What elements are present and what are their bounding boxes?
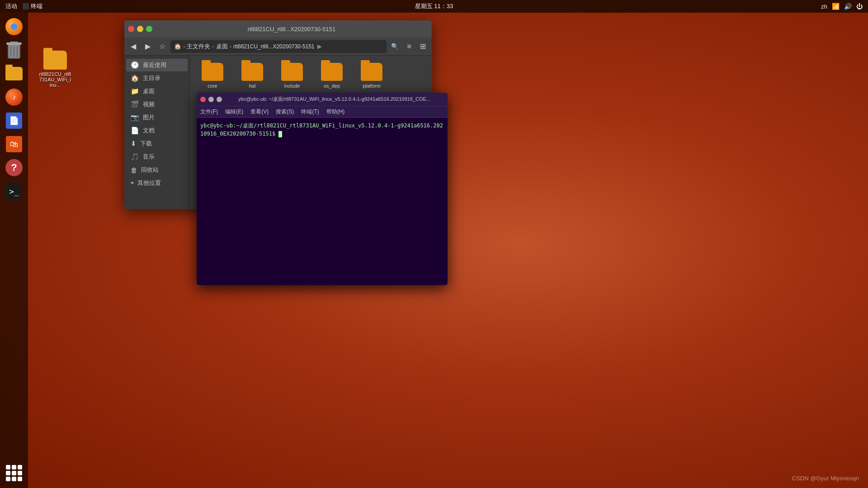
fm-sidebar-item-image[interactable]: 📷 图片 bbox=[126, 111, 188, 124]
appgrid-icon bbox=[6, 465, 22, 481]
term-menubar: 文件(F) 编辑(E) 查看(V) 搜索(S) 终端(T) 帮助(H) bbox=[197, 106, 448, 118]
home-icon: 🏠 bbox=[131, 74, 139, 82]
power-icon[interactable]: ⏻ bbox=[856, 3, 863, 10]
fm-close-button[interactable] bbox=[128, 26, 134, 32]
term-menu-search[interactable]: 搜索(S) bbox=[276, 108, 294, 116]
fm-sidebar-label-video: 视频 bbox=[143, 100, 155, 108]
recent-icon: 🕐 bbox=[131, 61, 139, 69]
term-close-button[interactable] bbox=[200, 97, 206, 102]
term-menu-help[interactable]: 帮助(H) bbox=[326, 108, 345, 116]
fm-sidebar-label-trash: 回收站 bbox=[141, 166, 159, 174]
fm-search-button[interactable]: 🔍 bbox=[388, 40, 401, 53]
dock-item-appstore[interactable]: 🛍 bbox=[4, 134, 24, 155]
folder-include-icon bbox=[281, 63, 303, 81]
topbar: 活动 终端 星期五 11：33 zh 📶 🔊 ⏻ bbox=[0, 0, 868, 13]
folder-icon-dock bbox=[5, 67, 23, 80]
dock-item-rtl-folder[interactable] bbox=[4, 63, 24, 84]
fm-view-list-button[interactable]: ≡ bbox=[403, 40, 415, 53]
topbar-left: 活动 终端 bbox=[5, 2, 42, 10]
term-prompt-line: ybc@ybc-ub:~/桌面/rtl8821CU_rtl8731AU_WiFi… bbox=[200, 122, 444, 138]
term-maximize-button[interactable] bbox=[217, 97, 222, 102]
term-menu-view[interactable]: 查看(V) bbox=[250, 108, 269, 116]
dock-item-firefox[interactable] bbox=[4, 16, 24, 37]
fm-path-home[interactable]: 🏠 bbox=[174, 43, 181, 50]
fm-sidebar-item-home[interactable]: 🏠 主目录 bbox=[126, 72, 188, 84]
topbar-right: zh 📶 🔊 ⏻ bbox=[821, 3, 863, 10]
fm-file-hal[interactable]: hal bbox=[234, 60, 270, 92]
fm-back-button[interactable]: ◀ bbox=[127, 40, 140, 53]
fm-sidebar-label-desktop: 桌面 bbox=[143, 87, 155, 95]
term-menu-terminal[interactable]: 终端(T) bbox=[301, 108, 319, 116]
folder-platform-icon bbox=[361, 63, 382, 81]
term-cursor bbox=[278, 131, 282, 137]
fm-file-platform[interactable]: platform bbox=[354, 60, 390, 92]
fm-path-sep-1: › bbox=[183, 43, 185, 50]
fm-maximize-button[interactable] bbox=[146, 26, 152, 32]
fm-forward-button[interactable]: ▶ bbox=[142, 40, 154, 53]
fm-minimize-button[interactable] bbox=[137, 26, 143, 32]
term-minimize-button[interactable] bbox=[208, 97, 214, 102]
doc-sidebar-icon: 📄 bbox=[131, 127, 139, 135]
download-icon: ⬇ bbox=[131, 140, 137, 148]
desktop-folder-icon bbox=[43, 51, 67, 70]
volume-icon: 🔊 bbox=[844, 3, 852, 10]
help-icon: ? bbox=[5, 159, 23, 176]
dock-show-apps bbox=[4, 463, 24, 483]
fm-sidebar-item-music[interactable]: 🎵 音乐 bbox=[126, 150, 188, 163]
fm-file-label-include: include bbox=[284, 83, 300, 89]
lang-indicator[interactable]: zh bbox=[821, 3, 827, 10]
term-body[interactable]: ybc@ybc-ub:~/桌面/rtl8821CU_rtl8731AU_WiFi… bbox=[197, 118, 448, 285]
fm-view-grid-button[interactable]: ⊞ bbox=[416, 40, 429, 53]
fm-file-core[interactable]: core bbox=[194, 60, 231, 92]
show-apps-button[interactable] bbox=[4, 463, 24, 483]
fm-sidebar-item-trash[interactable]: 🗑 回收站 bbox=[126, 164, 188, 176]
wifi-icon: 📶 bbox=[832, 3, 840, 10]
trash-sidebar-icon: 🗑 bbox=[131, 166, 137, 174]
fm-sidebar-label-other: 其他位置 bbox=[137, 179, 161, 187]
fm-title: rtl8821CU_rtl8...X20200730-5151 bbox=[155, 26, 428, 33]
fm-sidebar-item-recent[interactable]: 🕐 最近使用 bbox=[126, 59, 188, 71]
fm-file-include[interactable]: include bbox=[274, 60, 310, 92]
fm-file-os-dep[interactable]: os_dep bbox=[314, 60, 350, 92]
term-menu-file[interactable]: 文件(F) bbox=[200, 108, 218, 116]
desktop-icon-rtl-folder[interactable]: rtl8821CU_rtl8731AU_WiFi_linu... bbox=[37, 49, 73, 89]
fm-sidebar-item-download[interactable]: ⬇ 下载 bbox=[126, 137, 188, 150]
fm-path-current[interactable]: rtl8821CU_rtl8...X20200730-5151 bbox=[233, 43, 314, 50]
fm-path-bar[interactable]: 🏠 › 主文件夹 › 桌面 › rtl8821CU_rtl8...X202007… bbox=[170, 40, 387, 53]
fm-sidebar-item-document[interactable]: 📄 文档 bbox=[126, 124, 188, 137]
dock: ♪ 📄 🛍 ? >_ bbox=[0, 13, 28, 488]
fm-sidebar: 🕐 最近使用 🏠 主目录 📁 桌面 🎬 视频 📷 图片 📄 文档 bbox=[124, 56, 190, 209]
fm-path-folder[interactable]: 桌面 bbox=[216, 42, 228, 51]
fm-file-label-hal: hal bbox=[249, 83, 256, 89]
folder-core-icon bbox=[202, 63, 223, 81]
watermark: CSDN @Gyur Miyonesqn bbox=[792, 475, 859, 482]
term-titlebar: ybc@ybc-ub: ~/桌面/rtl8731AU_WiFi_linux_v5… bbox=[197, 93, 448, 106]
fm-sidebar-label-recent: 最近使用 bbox=[143, 61, 166, 69]
fm-sidebar-item-video[interactable]: 🎬 视频 bbox=[126, 98, 188, 111]
document-icon: 📄 bbox=[6, 113, 22, 129]
term-menu-edit[interactable]: 编辑(E) bbox=[225, 108, 243, 116]
fm-view-buttons: ≡ ⊞ bbox=[403, 40, 429, 53]
music-icon: ♪ bbox=[5, 89, 23, 106]
terminal-window: ybc@ybc-ub: ~/桌面/rtl8731AU_WiFi_linux_v5… bbox=[197, 93, 448, 285]
fm-path-sep-3: › bbox=[230, 43, 231, 50]
fm-path-expand[interactable]: ▶ bbox=[317, 43, 322, 50]
terminal-icon: >_ bbox=[6, 183, 22, 199]
dock-item-trash[interactable] bbox=[4, 40, 24, 61]
activities-label[interactable]: 活动 bbox=[5, 2, 17, 10]
fm-sidebar-label-download: 下载 bbox=[140, 140, 152, 148]
dock-item-music[interactable]: ♪ bbox=[4, 87, 24, 108]
topbar-terminal-label: 终端 bbox=[31, 2, 42, 10]
video-icon: 🎬 bbox=[131, 100, 139, 108]
dock-item-terminal[interactable]: >_ bbox=[4, 181, 24, 202]
fm-sidebar-item-other[interactable]: + 其他位置 bbox=[126, 177, 188, 189]
fm-bookmarks-button[interactable]: ☆ bbox=[156, 40, 169, 53]
fm-toolbar: ◀ ▶ ☆ 🏠 › 主文件夹 › 桌面 › rtl8821CU_rtl8...X… bbox=[124, 38, 432, 56]
fm-file-label-core: core bbox=[208, 83, 217, 89]
firefox-icon bbox=[5, 18, 23, 35]
fm-sidebar-item-desktop[interactable]: 📁 桌面 bbox=[126, 85, 188, 98]
watermark-text: CSDN @Gyur Miyonesqn bbox=[792, 475, 859, 482]
dock-item-help[interactable]: ? bbox=[4, 157, 24, 178]
dock-item-document[interactable]: 📄 bbox=[4, 110, 24, 131]
fm-path-desktop[interactable]: 主文件夹 bbox=[187, 42, 210, 51]
